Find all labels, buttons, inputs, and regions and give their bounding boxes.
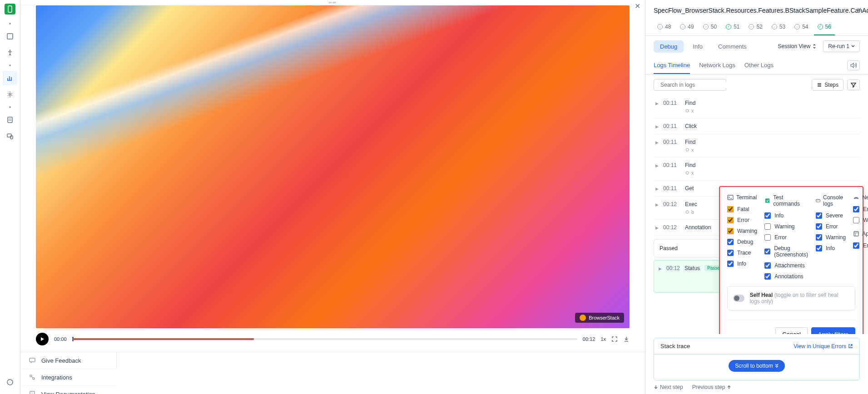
log-text: Find x [685, 162, 858, 176]
run-tab-51[interactable]: ✓51 [722, 21, 743, 35]
cancel-button[interactable]: Cancel [775, 327, 807, 334]
session-view-toggle[interactable]: Session View [778, 43, 817, 49]
chk-tc-attachments[interactable]: Attachments [764, 262, 808, 269]
sidebar-item-settings[interactable] [3, 87, 17, 102]
svg-rect-8 [30, 358, 35, 362]
run-tab-52[interactable]: –52 [745, 21, 766, 35]
next-step-button[interactable]: Next step [654, 384, 683, 390]
chk-tc-info[interactable]: Info [764, 212, 808, 219]
log-timestamp: 00:11 [663, 162, 680, 168]
menu-give-feedback[interactable]: Give Feedback [20, 352, 117, 369]
svg-point-13 [686, 109, 689, 112]
log-text: Find x [685, 139, 858, 153]
chk-app-error[interactable]: Error [853, 242, 868, 249]
session-video[interactable]: BrowserStack [36, 5, 630, 328]
log-row[interactable]: ▶00:11Find x [654, 158, 860, 181]
run-tab-48[interactable]: –48 [654, 21, 675, 35]
view-unique-errors-link[interactable]: View in Unique Errors [794, 343, 853, 350]
run-tabs: –48–49–50✓51–52–53–54✓56 [645, 15, 868, 36]
sidebar-item-accessibility[interactable] [3, 45, 17, 60]
tab-info[interactable]: Info [686, 40, 709, 53]
sidebar-item-analytics[interactable] [3, 71, 17, 85]
chk-terminal-info[interactable]: Info [727, 261, 757, 267]
chk-tc-error[interactable]: Error [764, 234, 808, 241]
filter-button[interactable] [847, 79, 860, 90]
log-row[interactable]: ▶00:11Find x [654, 134, 860, 158]
progress-bar[interactable] [72, 338, 577, 340]
volume-button[interactable] [847, 60, 860, 70]
chk-tc-warning[interactable]: Warning [764, 223, 808, 230]
status-icon: – [794, 24, 800, 30]
menu-documentation[interactable]: View Documentation [20, 386, 117, 394]
svg-rect-20 [728, 195, 733, 200]
chk-network-error[interactable]: Error [853, 206, 868, 212]
play-button[interactable] [36, 333, 49, 345]
chk-console-severe[interactable]: Severe [816, 212, 846, 219]
run-tab-50[interactable]: –50 [699, 21, 720, 35]
rerun-dropdown[interactable]: Re-run 1 [823, 40, 860, 52]
chk-tc-annotations[interactable]: Annotations [764, 273, 808, 280]
chk-terminal-fatal[interactable]: Fatal [727, 206, 757, 212]
menu-label: View Documentation [41, 391, 95, 394]
speed-button[interactable]: 1x [600, 336, 606, 342]
self-heal-toggle-row: Self Heal (toggle on to filter self heal… [727, 286, 855, 310]
menu-integrations[interactable]: Integrations [20, 369, 117, 386]
run-id: 49 [688, 24, 694, 30]
chk-tc-debug-screenshots[interactable]: Debug (Screenshots) [764, 245, 808, 258]
tab-debug[interactable]: Debug [654, 40, 684, 53]
svg-point-2 [10, 50, 11, 51]
chk-network-warning[interactable]: Warning [853, 217, 868, 223]
close-panel-button[interactable]: ✕ [857, 6, 862, 13]
scroll-to-bottom-button[interactable]: Scroll to bottom [729, 360, 784, 372]
run-tab-54[interactable]: –54 [791, 21, 812, 35]
run-tab-53[interactable]: –53 [768, 21, 789, 35]
caret-icon: ▶ [655, 226, 659, 230]
chk-terminal-error[interactable]: Error [727, 217, 757, 223]
svg-point-7 [7, 379, 13, 385]
fullscreen-icon[interactable] [611, 336, 618, 342]
log-timestamp: 00:11 [663, 139, 680, 145]
log-row[interactable]: ▶00:11Click [654, 118, 860, 134]
previous-step-button[interactable]: Previous step [692, 384, 732, 390]
chk-console-error[interactable]: Error [816, 223, 846, 230]
logo[interactable] [5, 4, 15, 15]
self-heal-label: Self Heal [750, 292, 773, 298]
log-timestamp: 00:11 [663, 185, 680, 192]
svg-point-15 [686, 172, 689, 174]
svg-point-3 [9, 94, 11, 95]
steps-button[interactable]: Steps [812, 79, 843, 91]
self-heal-toggle[interactable] [733, 295, 744, 302]
svg-rect-11 [30, 391, 35, 394]
status-icon: – [703, 24, 709, 30]
sidebar-item-help[interactable] [3, 375, 17, 389]
close-main-button[interactable]: ✕ [635, 2, 640, 10]
status-icon: – [749, 24, 754, 30]
apply-filters-button[interactable]: Apply filters [811, 327, 855, 334]
drag-handle-icon[interactable]: ══ [328, 0, 337, 5]
tab-network-logs[interactable]: Network Logs [699, 57, 735, 74]
video-controls: 00:00 00:12 1x [20, 328, 645, 352]
tab-logs-timeline[interactable]: Logs Timeline [654, 57, 690, 74]
sidebar-item-devices[interactable] [3, 129, 17, 143]
chk-terminal-debug[interactable]: Debug [727, 239, 757, 245]
details-panel: SpecFlow_BrowserStack.Resources.Features… [645, 0, 868, 394]
arrow-down-icon [654, 385, 658, 389]
download-icon[interactable] [623, 336, 630, 342]
sidebar-item-reports[interactable] [3, 113, 17, 127]
tab-other-logs[interactable]: Other Logs [744, 57, 774, 74]
search-logs-input[interactable] [654, 79, 726, 91]
chk-console-info[interactable]: Info [816, 245, 846, 251]
tab-comments[interactable]: Comments [712, 40, 753, 53]
menu-label: Give Feedback [41, 357, 81, 364]
sidebar-item-builds[interactable] [3, 29, 17, 44]
target-icon [685, 148, 689, 152]
run-tab-56[interactable]: ✓56 [814, 21, 835, 35]
chk-terminal-warning[interactable]: Warning [727, 228, 757, 234]
log-timestamp: 00:11 [663, 123, 680, 129]
log-row[interactable]: ▶00:11Find x [654, 95, 860, 118]
chk-console-warning[interactable]: Warning [816, 234, 846, 241]
status-icon: – [772, 24, 777, 30]
target-icon [685, 108, 689, 113]
chk-terminal-trace[interactable]: Trace [727, 250, 757, 256]
run-tab-49[interactable]: –49 [676, 21, 697, 35]
